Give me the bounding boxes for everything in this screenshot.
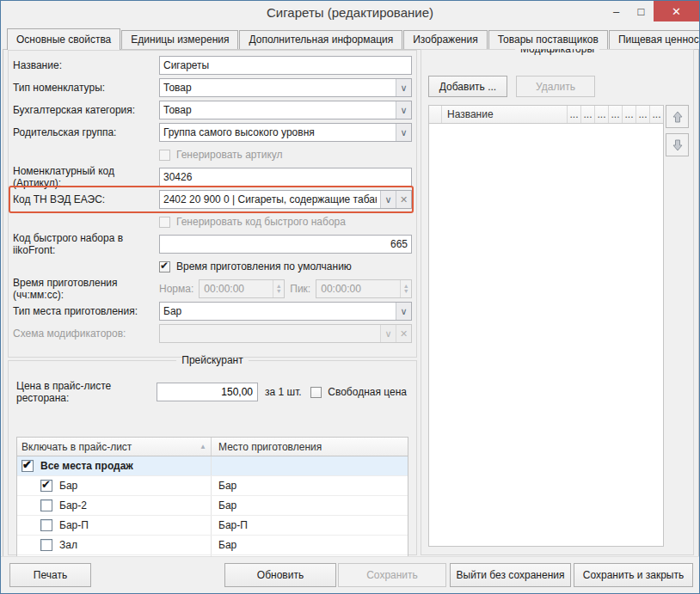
row-checkbox[interactable] bbox=[40, 499, 52, 511]
row-checkbox[interactable] bbox=[40, 539, 52, 551]
price-row: Цена в прайс-листе ресторана: за 1 шт. С… bbox=[16, 380, 408, 404]
pricing-group: Прейскурант Цена в прайс-листе ресторана… bbox=[8, 354, 417, 555]
move-down-button[interactable] bbox=[666, 133, 689, 156]
column-header-dots[interactable]: ... bbox=[609, 106, 623, 123]
save-and-close-button[interactable]: Сохранить и закрыть bbox=[574, 563, 693, 587]
row-name: Название: bbox=[11, 54, 414, 77]
column-header-dots[interactable]: ... bbox=[568, 106, 581, 123]
main-properties-group: Название: Тип номенклатуры: ∨ Бухгалтерс… bbox=[8, 50, 417, 358]
modifier-scheme-select: ∨ ✕ bbox=[159, 324, 412, 343]
exit-without-saving-button[interactable]: Выйти без сохранения bbox=[450, 563, 571, 587]
table-row[interactable]: Бар-П Бар-П bbox=[17, 516, 408, 536]
cook-place-type-value bbox=[160, 303, 396, 320]
row-generate-sku: Генерировать артикул bbox=[11, 144, 414, 166]
row-checkbox[interactable] bbox=[40, 480, 52, 492]
chevron-down-icon[interactable]: ∨ bbox=[380, 191, 396, 208]
row-cook-time: Время приготовления (чч:мм:сс): Норма: 0… bbox=[11, 278, 414, 300]
window-controls: – □ ✕ bbox=[604, 1, 699, 21]
close-button[interactable]: ✕ bbox=[654, 1, 699, 21]
price-label: Цена в прайс-листе ресторана: bbox=[16, 380, 157, 404]
minimize-icon: – bbox=[613, 5, 619, 18]
tab-supplier-goods[interactable]: Товары поставщиков bbox=[488, 30, 608, 49]
table-row[interactable]: Бар-2 Бар bbox=[17, 496, 408, 516]
tab-units[interactable]: Единицы измерения bbox=[121, 30, 238, 49]
tab-additional-info[interactable]: Дополнительная информация bbox=[239, 30, 402, 49]
row-name: Бар-П bbox=[59, 519, 89, 531]
price-list-table: Включать в прайс-лист ▲ Место приготовле… bbox=[16, 437, 408, 576]
table-row[interactable]: Все места продаж bbox=[17, 456, 408, 476]
default-cook-time-checkbox[interactable] bbox=[159, 261, 170, 273]
table-row[interactable]: Бар Бар bbox=[17, 476, 408, 496]
modifiers-group: Модификаторы Добавить ... Удалить Назван… bbox=[421, 43, 694, 555]
parent-group-value bbox=[160, 124, 396, 141]
row-name: Бар-2 bbox=[59, 499, 87, 511]
row-checkbox[interactable] bbox=[21, 460, 34, 472]
minimize-button[interactable]: – bbox=[604, 1, 629, 21]
cook-place-type-label: Тип места приготовления: bbox=[13, 305, 159, 317]
clear-icon: ✕ bbox=[396, 325, 411, 342]
generate-quick-code-checkbox bbox=[159, 217, 170, 228]
modifiers-buttons: Добавить ... Удалить bbox=[428, 76, 595, 97]
row-default-cook-time: Время приготовления по умолчанию bbox=[11, 255, 414, 278]
modifier-scheme-value bbox=[160, 325, 380, 342]
refresh-button[interactable]: Обновить bbox=[224, 563, 336, 587]
row-cook-place-type: Тип места приготовления: ∨ bbox=[11, 300, 414, 322]
product-edit-dialog: { "window": { "title": "Сигареты (редакт… bbox=[0, 0, 700, 594]
tnved-select[interactable]: ∨ ✕ bbox=[159, 190, 412, 209]
column-header-dots[interactable]: ... bbox=[650, 106, 663, 123]
table-row[interactable]: Зал Бар bbox=[17, 536, 408, 555]
chevron-down-icon[interactable]: ∨ bbox=[396, 79, 411, 96]
parent-group-select[interactable]: ∨ bbox=[159, 123, 412, 142]
clear-icon[interactable]: ✕ bbox=[396, 191, 411, 208]
row-generate-quick-code: Генерировать код быстрого набора bbox=[11, 211, 414, 233]
title-bar: Сигареты (редактирование) – □ ✕ bbox=[1, 1, 699, 27]
column-header-place[interactable]: Место приготовления bbox=[212, 438, 408, 456]
price-input[interactable] bbox=[157, 383, 257, 401]
print-button[interactable]: Печать bbox=[9, 563, 91, 587]
quick-code-label: Код быстрого набора в iikoFront: bbox=[13, 232, 159, 256]
column-header-dots[interactable]: ... bbox=[636, 106, 650, 123]
accounting-category-value bbox=[160, 101, 396, 119]
column-header-dots[interactable]: ... bbox=[581, 106, 595, 123]
nomenclature-type-label: Тип номенклатуры: bbox=[13, 82, 159, 94]
chevron-down-icon[interactable]: ∨ bbox=[396, 101, 411, 119]
generate-sku-checkbox bbox=[159, 150, 170, 161]
free-price-label: Свободная цена bbox=[328, 386, 407, 398]
chevron-down-icon: ∨ bbox=[380, 325, 396, 342]
row-quick-code: Код быстрого набора в iikoFront: bbox=[11, 233, 414, 255]
row-parent-group: Родительская группа: ∨ bbox=[11, 121, 414, 144]
cook-time-peak-label: Пик: bbox=[290, 283, 310, 295]
row-name: Бар bbox=[59, 480, 77, 492]
name-input[interactable] bbox=[160, 57, 411, 74]
tab-nutrition[interactable]: Пищевая ценность bbox=[609, 30, 700, 49]
row-sku: Номенклатурный код (Артикул): bbox=[11, 166, 414, 188]
accounting-category-label: Бухгалтерская категория: bbox=[13, 104, 159, 116]
chevron-down-icon[interactable]: ∨ bbox=[396, 124, 411, 141]
nomenclature-type-value bbox=[160, 79, 396, 96]
maximize-button[interactable]: □ bbox=[629, 1, 654, 21]
generate-quick-code-label: Генерировать код быстрого набора bbox=[176, 216, 346, 228]
maximize-icon: □ bbox=[638, 5, 645, 18]
row-checkbox[interactable] bbox=[40, 519, 52, 531]
column-header-dots[interactable]: ... bbox=[623, 106, 636, 123]
sku-input[interactable] bbox=[160, 168, 411, 186]
accounting-category-select[interactable]: ∨ bbox=[159, 101, 412, 119]
tab-main-properties[interactable]: Основные свойства bbox=[7, 28, 120, 50]
nomenclature-type-select[interactable]: ∨ bbox=[159, 78, 412, 97]
tab-images[interactable]: Изображения bbox=[403, 30, 487, 49]
row-nomenclature-type: Тип номенклатуры: ∨ bbox=[11, 77, 414, 99]
generate-sku-label: Генерировать артикул bbox=[176, 149, 283, 161]
cook-place-type-select[interactable]: ∨ bbox=[159, 302, 412, 321]
modifier-scheme-label: Схема модификаторов: bbox=[13, 328, 159, 340]
quick-code-input[interactable] bbox=[160, 236, 411, 253]
tnved-value[interactable] bbox=[160, 191, 380, 208]
chevron-down-icon[interactable]: ∨ bbox=[396, 303, 411, 320]
free-price-checkbox[interactable] bbox=[310, 387, 322, 398]
move-up-button[interactable] bbox=[666, 105, 689, 128]
cook-time-norm-label: Норма: bbox=[159, 283, 193, 295]
add-modifier-button[interactable]: Добавить ... bbox=[428, 76, 507, 97]
column-header-name[interactable]: Название bbox=[442, 106, 568, 123]
column-header-dots[interactable]: ... bbox=[595, 106, 609, 123]
column-header-include[interactable]: Включать в прайс-лист ▲ bbox=[17, 438, 212, 456]
close-icon: ✕ bbox=[672, 5, 681, 18]
